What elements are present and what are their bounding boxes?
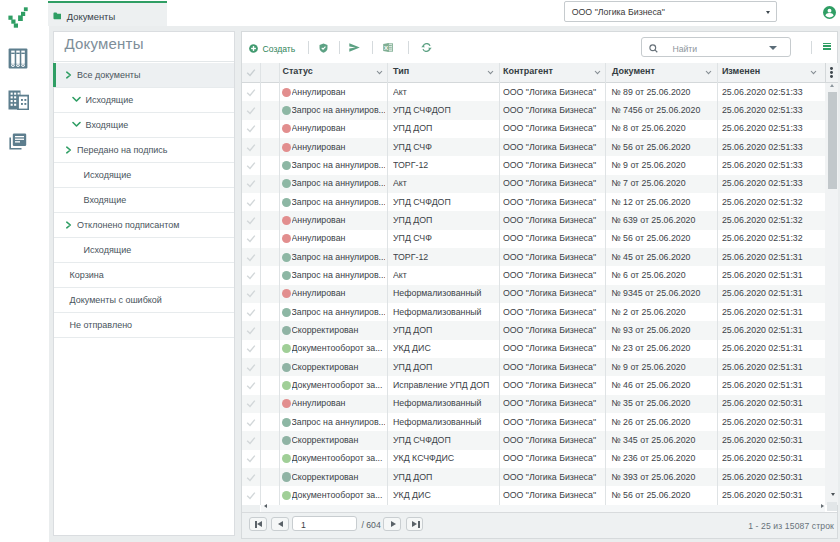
svg-text:X: X — [384, 45, 388, 51]
